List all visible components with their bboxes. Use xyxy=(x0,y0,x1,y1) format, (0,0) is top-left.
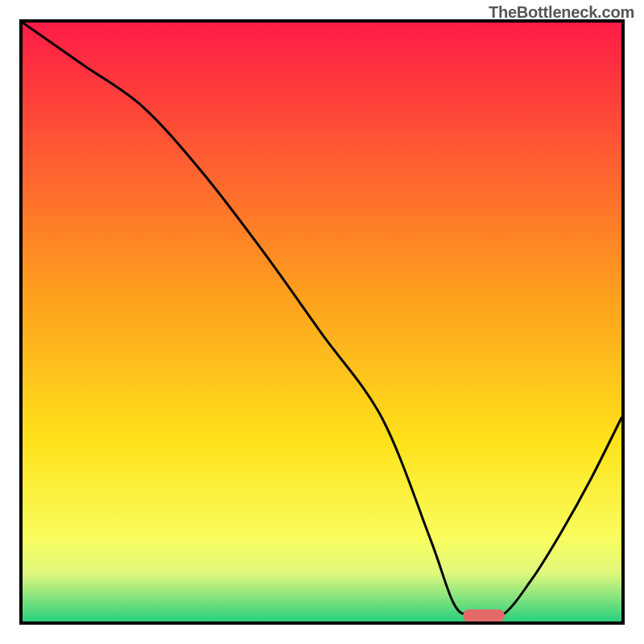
heat-background xyxy=(23,23,621,621)
chart-svg xyxy=(23,23,621,621)
optimal-marker xyxy=(463,609,505,622)
chart-frame xyxy=(19,19,625,625)
